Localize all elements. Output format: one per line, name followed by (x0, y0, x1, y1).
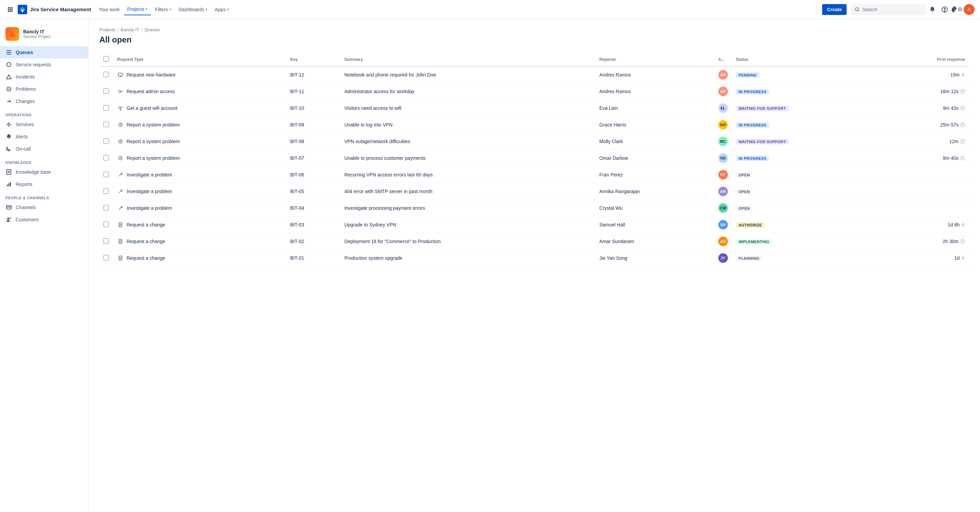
sidebar-item-services[interactable]: Services (0, 118, 88, 130)
issue-key[interactable]: BIT-02 (286, 233, 340, 250)
sidebar-item-reports[interactable]: Reports (0, 178, 88, 190)
table-row: Report a system problem BIT-08 VPN outag… (99, 133, 969, 150)
issue-key[interactable]: BIT-01 (286, 250, 340, 266)
issue-key[interactable]: BIT-09 (286, 117, 340, 133)
row-checkbox[interactable] (103, 255, 109, 260)
breadcrumb-bancly-it[interactable]: Bancly IT (121, 27, 139, 32)
row-checkbox[interactable] (103, 122, 109, 127)
clock-icon: 🕐 (960, 139, 965, 144)
clock-icon: 🕐 (960, 156, 965, 160)
chevron-down-icon: ▾ (205, 8, 207, 11)
issue-key[interactable]: BIT-05 (286, 183, 340, 200)
request-type-label: Report a system problem (127, 139, 180, 144)
issue-key[interactable]: BIT-03 (286, 217, 340, 233)
reports-icon (5, 181, 12, 188)
issue-key[interactable]: BIT-08 (286, 133, 340, 150)
breadcrumb-projects[interactable]: Projects (99, 27, 115, 32)
issue-key[interactable]: BIT-07 (286, 150, 340, 166)
select-all-checkbox[interactable] (103, 56, 109, 62)
row-checkbox[interactable] (103, 155, 109, 160)
svg-rect-0 (8, 7, 9, 8)
app-logo[interactable]: Jira Service Management (18, 5, 91, 14)
main-content: Projects / Bancly IT / Queues All open R… (89, 19, 980, 512)
nav-your-work[interactable]: Your work (95, 4, 123, 15)
clock-icon: 🕐 (960, 106, 965, 111)
request-type-label: Investigate a problem (127, 205, 172, 211)
status-badge: PENDING (736, 73, 760, 78)
user-avatar[interactable]: A (964, 4, 975, 15)
svg-point-36 (118, 90, 121, 93)
sidebar-item-problems[interactable]: Problems (0, 83, 88, 95)
sidebar-item-changes[interactable]: Changes (0, 95, 88, 108)
sidebar-item-on-call[interactable]: On-call (0, 143, 88, 155)
pause-icon: ⏸ (961, 222, 965, 227)
request-type-icon (117, 121, 124, 128)
issue-summary: 404 error with SMTP server in past month (340, 183, 595, 200)
sidebar-item-service-requests[interactable]: Service requests (0, 59, 88, 71)
first-response-cell: 1d ⏸ (881, 250, 969, 266)
issue-key[interactable]: BIT-11 (286, 83, 340, 100)
row-checkbox[interactable] (103, 105, 109, 111)
create-button[interactable]: Create (822, 4, 846, 15)
svg-line-11 (858, 10, 859, 11)
request-type-label: Request new hardware (127, 72, 176, 78)
row-checkbox[interactable] (103, 172, 109, 177)
sidebar-item-incidents[interactable]: Incidents (0, 71, 88, 83)
table-row: Request a change BIT-01 Production syste… (99, 250, 969, 266)
first-response-value: 9m 43s (943, 105, 959, 111)
row-checkbox[interactable] (103, 89, 109, 94)
project-header[interactable]: Bancly IT Service Project (0, 24, 88, 46)
nav-apps[interactable]: Apps ▾ (211, 4, 232, 15)
project-type: Service Project (23, 34, 51, 39)
notifications-button[interactable] (927, 4, 938, 15)
row-checkbox[interactable] (103, 138, 109, 144)
incidents-icon (5, 73, 12, 80)
assignee-avatar: SH (718, 220, 728, 230)
issue-key[interactable]: BIT-06 (286, 166, 340, 183)
assignee-avatar: CW (718, 203, 728, 213)
issue-key[interactable]: BIT-10 (286, 100, 340, 117)
first-response-cell: 1d 8h ⏸ (881, 217, 969, 233)
sidebar-item-knowledge-base[interactable]: Knowledge base (0, 166, 88, 178)
nav-links: Your work Projects ▾ Filters ▾ Dashboard… (95, 4, 232, 15)
row-checkbox[interactable] (103, 189, 109, 194)
sidebar-item-alerts[interactable]: Alerts (0, 130, 88, 143)
request-type-cell: Request a change (117, 238, 282, 245)
pause-icon: ⏸ (961, 73, 965, 77)
status-badge: OPEN (736, 172, 753, 178)
svg-rect-26 (7, 185, 8, 186)
request-type-cell: Get a guest wifi account (117, 105, 282, 111)
row-checkbox[interactable] (103, 205, 109, 211)
svg-point-18 (7, 63, 11, 67)
help-button[interactable] (939, 4, 950, 15)
search-input[interactable] (862, 7, 921, 12)
sidebar-item-channels[interactable]: Channels (0, 201, 88, 214)
assignee-avatar: GH (718, 120, 728, 130)
request-type-cell: Request a change (117, 255, 282, 262)
assignee-avatar: AN (718, 187, 728, 196)
row-checkbox[interactable] (103, 238, 109, 244)
col-summary: Summary (340, 53, 595, 66)
nav-filters[interactable]: Filters ▾ (151, 4, 174, 15)
status-cell: WAITING FOR SUPPORT (732, 100, 881, 117)
first-response-cell: 9m 43s 🕐 (881, 100, 969, 117)
reporter-name: Annika Rangarajan (595, 183, 714, 200)
row-checkbox[interactable] (103, 222, 109, 227)
col-request-type: Request Type (113, 53, 286, 66)
table-row: Request a change BIT-02 Deployment 18 fo… (99, 233, 969, 250)
row-checkbox[interactable] (103, 72, 109, 77)
issue-key[interactable]: BIT-12 (286, 66, 340, 83)
reporter-name: Andres Ramos (595, 66, 714, 83)
request-type-icon (117, 171, 124, 178)
nav-projects[interactable]: Projects ▾ (124, 4, 151, 15)
search-box[interactable] (851, 4, 926, 15)
sidebar-item-customers[interactable]: Customers (0, 214, 88, 226)
sidebar-item-queues[interactable]: Queues (0, 46, 88, 59)
nav-dashboards[interactable]: Dashboards ▾ (175, 4, 211, 15)
assignee-avatar: JY (718, 253, 728, 263)
settings-button[interactable]: ⚙ (951, 4, 962, 15)
request-type-icon (117, 255, 124, 262)
svg-rect-33 (118, 73, 123, 76)
issue-key[interactable]: BIT-04 (286, 200, 340, 217)
grid-menu-icon[interactable] (5, 5, 15, 14)
